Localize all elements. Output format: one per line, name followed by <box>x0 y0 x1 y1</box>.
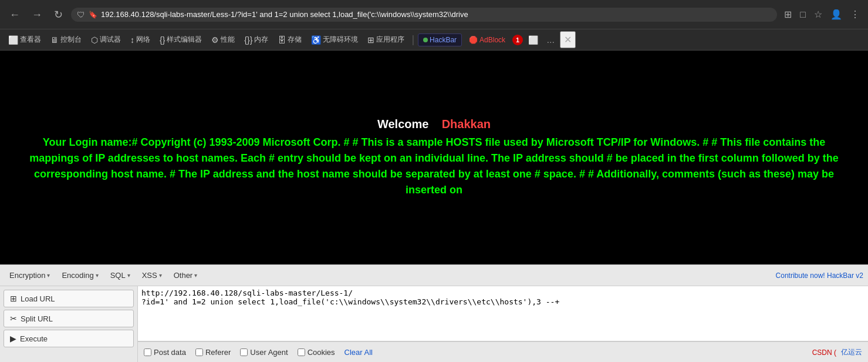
user-agent-checkbox-item[interactable]: User Agent <box>240 348 288 357</box>
other-arrow-icon: ▾ <box>194 272 197 279</box>
hackbar-extension-label: HackBar <box>430 36 457 44</box>
toolbar-divider: | <box>411 33 414 46</box>
yiyun-link[interactable]: 亿运云 <box>841 347 862 357</box>
post-data-checkbox-item[interactable]: Post data <box>144 348 186 357</box>
style-editor-item[interactable]: {} 样式编辑器 <box>156 32 205 47</box>
hackbar-dot-icon <box>423 38 428 42</box>
accessibility-item[interactable]: ♿ 无障碍环境 <box>308 32 362 47</box>
memory-icon: {}} <box>244 35 252 45</box>
browser-chrome: ← → ↻ 🛡 🔖 ⊞ □ ☆ 👤 ⋮ <box>0 0 868 29</box>
execute-button[interactable]: ▶ Execute <box>4 330 134 347</box>
adblock-label: AdBlock <box>479 36 505 44</box>
bottom-bar: Post data Referer User Agent Cookies Cle… <box>138 341 868 362</box>
encoding-menu[interactable]: Encoding ▾ <box>57 269 103 282</box>
app-manager-item[interactable]: ⊞ 应用程序 <box>364 32 408 47</box>
url-textarea[interactable] <box>138 286 868 341</box>
cookies-label: Cookies <box>308 348 335 357</box>
bottom-right: CSDN ( 亿运云 <box>812 347 862 357</box>
referer-checkbox-item[interactable]: Referer <box>195 348 231 357</box>
address-input[interactable] <box>101 10 771 19</box>
more-tools-btn[interactable]: … <box>543 33 558 46</box>
hackbar-menubar: Encryption ▾ Encoding ▾ SQL ▾ XSS ▾ Othe… <box>0 265 868 286</box>
browser-actions: ⊞ □ ☆ 👤 ⋮ <box>782 6 862 22</box>
browser-toolbar: ⬜ 查看器 🖥 控制台 ⬡ 调试器 ↕ 网络 {} 样式编辑器 ⚙ 性能 {}}… <box>0 29 868 51</box>
xss-arrow-icon: ▾ <box>159 272 162 279</box>
memory-item[interactable]: {}} 内存 <box>241 32 272 47</box>
accessibility-label: 无障碍环境 <box>323 35 358 45</box>
adblock-extension-btn[interactable]: 🛑 AdBlock <box>464 34 510 46</box>
referer-label: Referer <box>205 348 231 357</box>
cookies-checkbox[interactable] <box>298 348 305 356</box>
style-editor-icon: {} <box>160 35 165 45</box>
network-label: 网络 <box>136 35 150 45</box>
clear-all-button[interactable]: Clear All <box>345 348 373 357</box>
post-data-checkbox[interactable] <box>144 348 151 356</box>
grid-icon[interactable]: ⊞ <box>782 6 794 22</box>
sql-arrow-icon: ▾ <box>127 272 130 279</box>
storage-label: 存储 <box>288 35 302 45</box>
inspector-icon: ⬜ <box>8 35 18 45</box>
console-item[interactable]: 🖥 控制台 <box>47 32 85 47</box>
performance-label: 性能 <box>221 35 235 45</box>
hackbar-panel: Encryption ▾ Encoding ▾ SQL ▾ XSS ▾ Othe… <box>0 264 868 362</box>
split-url-button[interactable]: ✂ Split URL <box>4 310 134 327</box>
user-agent-label: User Agent <box>250 348 288 357</box>
user-agent-checkbox[interactable] <box>240 348 248 356</box>
performance-item[interactable]: ⚙ 性能 <box>208 32 238 47</box>
debugger-icon: ⬡ <box>91 35 98 45</box>
load-url-button[interactable]: ⊞ Load URL <box>4 290 134 307</box>
app-manager-label: 应用程序 <box>376 35 404 45</box>
console-label: 控制台 <box>60 35 82 45</box>
favorites-icon[interactable]: ☆ <box>812 6 825 22</box>
memory-label: 内存 <box>254 35 268 45</box>
dhakkan-label: Dhakkan <box>442 118 491 130</box>
xss-menu[interactable]: XSS ▾ <box>137 269 167 282</box>
content-text: Your Login name:# Copyright (c) 1993-200… <box>12 135 856 198</box>
warning-count: 1 <box>516 36 519 43</box>
app-manager-icon: ⊞ <box>367 35 374 45</box>
hackbar-extension-btn[interactable]: HackBar <box>418 33 462 46</box>
storage-item[interactable]: 🗄 存储 <box>274 32 305 47</box>
load-url-label: Load URL <box>21 294 55 303</box>
storage-icon: 🗄 <box>278 35 286 45</box>
xss-label: XSS <box>142 271 157 280</box>
performance-icon: ⚙ <box>211 35 219 45</box>
network-icon: ↕ <box>130 35 134 45</box>
warning-badge[interactable]: 1 <box>512 35 523 45</box>
execute-label: Execute <box>20 334 48 343</box>
encryption-menu[interactable]: Encryption ▾ <box>5 269 55 282</box>
inspector-item[interactable]: ⬜ 查看器 <box>5 32 45 47</box>
debugger-item[interactable]: ⬡ 调试器 <box>87 32 124 47</box>
other-label: Other <box>174 271 193 280</box>
encryption-label: Encryption <box>9 271 45 280</box>
accessibility-icon: ♿ <box>311 35 321 45</box>
account-icon[interactable]: 👤 <box>828 6 845 22</box>
referer-checkbox[interactable] <box>195 348 203 356</box>
side-buttons: ⊞ Load URL ✂ Split URL ▶ Execute <box>0 286 138 362</box>
sql-label: SQL <box>110 271 126 280</box>
post-data-label: Post data <box>154 348 186 357</box>
shield-icon: 🛡 <box>77 10 85 19</box>
adblock-icon: 🛑 <box>469 36 478 44</box>
forward-button[interactable]: → <box>28 7 46 22</box>
address-bar-container: 🛡 🔖 <box>71 8 777 22</box>
contribute-link[interactable]: Contribute now! HackBar v2 <box>776 272 863 280</box>
console-icon: 🖥 <box>50 35 59 45</box>
split-url-icon: ✂ <box>10 314 17 323</box>
other-menu[interactable]: Other ▾ <box>169 269 202 282</box>
bookmark-icon: 🔖 <box>89 11 97 19</box>
csdn-link[interactable]: CSDN ( <box>812 348 836 357</box>
right-content: Post data Referer User Agent Cookies Cle… <box>138 286 868 362</box>
extensions-icon[interactable]: □ <box>798 7 808 22</box>
refresh-button[interactable]: ↻ <box>50 7 66 22</box>
load-url-icon: ⊞ <box>10 294 17 303</box>
restore-btn[interactable]: ⬜ <box>525 33 541 46</box>
menu-icon[interactable]: ⋮ <box>848 6 862 22</box>
sql-menu[interactable]: SQL ▾ <box>106 269 135 282</box>
cookies-checkbox-item[interactable]: Cookies <box>298 348 335 357</box>
back-button[interactable]: ← <box>6 7 23 22</box>
welcome-line: Welcome Dhakkan <box>377 118 491 131</box>
network-item[interactable]: ↕ 网络 <box>127 32 154 47</box>
execute-icon: ▶ <box>10 334 16 343</box>
close-devtools-btn[interactable]: ✕ <box>560 31 576 48</box>
